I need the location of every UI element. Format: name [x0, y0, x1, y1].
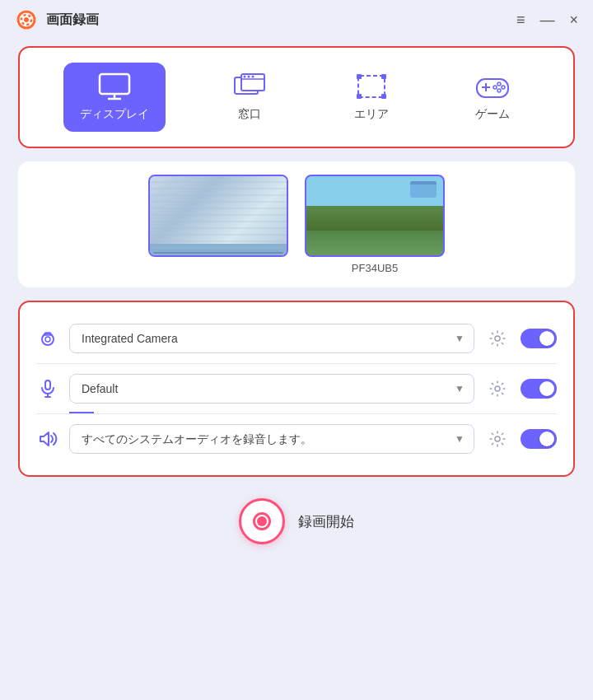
title-bar-left: 画面録画 [15, 8, 99, 31]
game-icon [474, 72, 511, 100]
microphone-toggle[interactable] [521, 379, 557, 399]
mode-window-label: 窓口 [238, 107, 261, 122]
microphone-row: Default ▼ [36, 363, 557, 413]
minimize-button[interactable]: — [539, 12, 554, 27]
microphone-select-wrapper: Default ▼ [69, 374, 474, 404]
svg-point-26 [45, 337, 50, 342]
camera-gear-button[interactable] [484, 325, 511, 352]
svg-point-21 [497, 82, 501, 86]
window-icon [233, 72, 266, 100]
audio-icon [36, 427, 59, 450]
title-bar: 画面録画 ≡ — × [0, 0, 593, 40]
svg-marker-32 [40, 432, 49, 446]
screen1-thumbnail [148, 175, 288, 257]
screen2-label: PF34UB5 [352, 262, 398, 274]
svg-rect-17 [381, 94, 386, 99]
microphone-select[interactable]: Default [69, 374, 474, 404]
svg-point-24 [497, 89, 501, 92]
audio-toggle[interactable] [521, 429, 557, 449]
svg-rect-13 [358, 76, 385, 97]
camera-toggle[interactable] [521, 329, 557, 348]
preview-screen1[interactable] [148, 175, 288, 257]
svg-rect-14 [357, 74, 362, 79]
svg-point-31 [495, 386, 500, 391]
svg-point-22 [502, 86, 505, 89]
close-button[interactable]: × [569, 12, 578, 27]
settings-panel: Integrated Camera ▼ [18, 301, 575, 477]
title-bar-right: ≡ — × [516, 12, 578, 27]
mode-window[interactable]: 窓口 [212, 63, 287, 132]
audio-gear-button[interactable] [484, 426, 511, 452]
app-logo-icon [15, 8, 38, 31]
screen2-thumbnail [305, 175, 445, 257]
mode-display-label: ディスプレイ [80, 107, 149, 122]
preview-screen2[interactable]: PF34UB5 [305, 175, 445, 274]
mode-panel: ディスプレイ 窓口 エ [18, 46, 575, 148]
svg-point-11 [248, 76, 250, 78]
record-area: 録画開始 [18, 490, 575, 549]
mode-game-label: ゲーム [475, 107, 510, 122]
record-button-icon [253, 512, 271, 530]
record-label: 録画開始 [298, 512, 354, 531]
svg-point-27 [495, 336, 500, 341]
svg-point-23 [493, 86, 497, 89]
mode-game[interactable]: ゲーム [455, 63, 530, 132]
audio-row: すべてのシステムオーディオを録音します。 ▼ [36, 413, 557, 464]
audio-select-wrapper: すべてのシステムオーディオを録音します。 ▼ [69, 424, 474, 454]
main-content: ディスプレイ 窓口 エ [0, 40, 593, 700]
camera-row: Integrated Camera ▼ [36, 314, 557, 363]
preview-panel: PF34UB5 [18, 161, 575, 287]
app-title: 画面録画 [46, 12, 99, 29]
svg-point-10 [244, 76, 246, 78]
menu-button[interactable]: ≡ [516, 12, 525, 27]
svg-rect-28 [45, 380, 50, 390]
mode-display[interactable]: ディスプレイ [63, 63, 166, 132]
camera-icon [36, 327, 59, 350]
display-icon [98, 72, 131, 100]
svg-point-3 [24, 17, 29, 22]
camera-select[interactable]: Integrated Camera [69, 324, 474, 353]
camera-select-wrapper: Integrated Camera ▼ [69, 324, 474, 353]
microphone-icon [36, 377, 59, 400]
svg-rect-16 [357, 94, 362, 99]
svg-rect-18 [477, 79, 508, 97]
mode-area[interactable]: エリア [334, 63, 409, 132]
svg-point-12 [252, 76, 254, 78]
svg-rect-15 [381, 74, 386, 79]
audio-select[interactable]: すべてのシステムオーディオを録音します。 [69, 424, 474, 454]
microphone-gear-button[interactable] [484, 376, 511, 402]
svg-rect-4 [100, 74, 129, 94]
area-icon [355, 72, 388, 100]
mode-area-label: エリア [354, 107, 389, 122]
record-button[interactable] [239, 498, 285, 544]
svg-point-33 [495, 436, 500, 441]
